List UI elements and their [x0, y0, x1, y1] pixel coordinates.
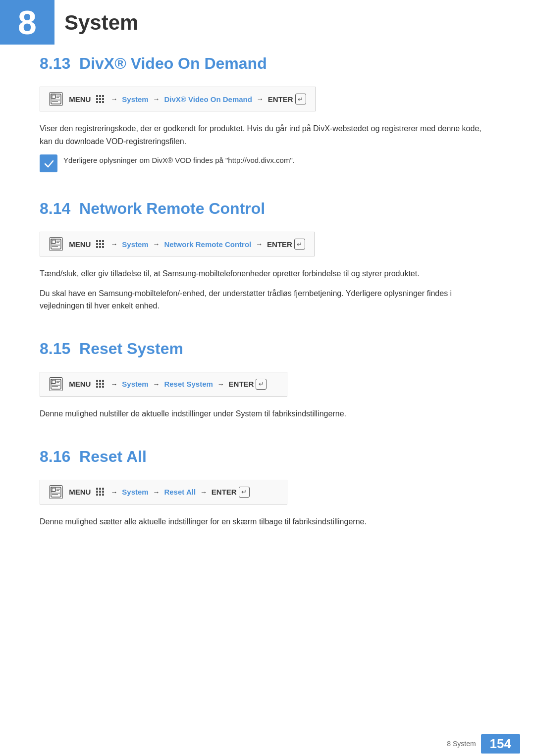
arrow-2-8-13: →: [151, 95, 162, 103]
chapter-number: 8: [18, 5, 37, 39]
arrow-3-8-15: →: [215, 380, 226, 388]
menu-path-8-14: MENU → System → Network Remote Control: [40, 232, 315, 256]
arrow-1-8-14: →: [109, 240, 120, 248]
svg-rect-7: [52, 240, 55, 244]
svg-rect-19: [52, 488, 55, 492]
menu-icon-8-16: [49, 485, 63, 499]
menu-icon-8-15: [49, 377, 63, 391]
svg-rect-18: [51, 487, 61, 497]
note-8-13: Yderligere oplysninger om DivX® VOD find…: [40, 154, 495, 172]
menu-svg-icon-2: [51, 239, 61, 250]
menu-system-8-13: System: [122, 95, 148, 103]
body-text-8-16-0: Denne mulighed sætter alle aktuelle inds…: [40, 515, 495, 528]
menu-label-8-13: MENU: [67, 95, 93, 103]
grid-icon-8-13: [96, 95, 105, 103]
menu-path-8-16: MENU → System → Reset All →: [40, 480, 287, 504]
menu-svg-icon: [51, 94, 61, 104]
section-8-15: 8.15 Reset System MENU: [40, 340, 495, 420]
grid-icon-8-15: [96, 380, 105, 388]
menu-system-8-15: System: [122, 380, 148, 388]
menu-enter-8-14: ENTER: [267, 240, 292, 249]
body-text-8-13-0: Viser den registreringskode, der er godk…: [40, 122, 495, 148]
menu-system-8-16: System: [122, 488, 148, 496]
enter-icon-8-16: ↵: [239, 487, 250, 498]
menu-item-8-15: Reset System: [164, 380, 213, 388]
menu-label-8-16: MENU: [67, 488, 93, 496]
enter-icon-8-14: ↵: [294, 239, 305, 250]
menu-enter-8-15: ENTER: [229, 380, 254, 388]
menu-path-8-15: MENU → System → Reset System →: [40, 372, 287, 397]
section-8-13-title: 8.13 DivX® Video On Demand: [40, 54, 495, 73]
grid-icon-8-16: [96, 488, 105, 496]
menu-icon-8-14: [49, 237, 63, 251]
chapter-title: System: [64, 11, 138, 35]
arrow-3-8-16: →: [198, 488, 209, 496]
menu-enter-8-16: ENTER: [212, 488, 237, 496]
section-8-14-title: 8.14 Network Remote Control: [40, 200, 495, 218]
note-text-8-13: Yderligere oplysninger om DivX® VOD find…: [63, 154, 295, 166]
menu-label-8-14: MENU: [67, 240, 93, 249]
arrow-1-8-15: →: [109, 380, 120, 388]
svg-rect-12: [51, 379, 61, 389]
menu-item-8-16: Reset All: [164, 488, 196, 496]
main-content: 8.13 DivX® Video On Demand MENU: [0, 0, 535, 595]
footer-page-number: 154: [481, 734, 520, 754]
svg-rect-1: [52, 95, 55, 99]
arrow-2-8-16: →: [151, 488, 162, 496]
arrow-1-8-13: →: [109, 95, 120, 103]
menu-item-8-13: DivX® Video On Demand: [164, 95, 252, 103]
arrow-2-8-15: →: [151, 380, 162, 388]
grid-icon-8-14: [96, 240, 105, 249]
menu-svg-icon-4: [51, 487, 61, 498]
section-8-15-title: 8.15 Reset System: [40, 340, 495, 358]
menu-label-8-15: MENU: [67, 380, 93, 388]
menu-item-8-14: Network Remote Control: [164, 240, 251, 249]
arrow-3-8-14: →: [254, 240, 265, 248]
body-text-8-14-1: Du skal have en Samsung-mobiltelefon/-en…: [40, 287, 495, 312]
svg-rect-0: [51, 94, 61, 104]
footer-chapter-label: 8 System: [447, 740, 476, 748]
note-icon-8-13: [40, 154, 57, 172]
arrow-3-8-13: →: [255, 95, 266, 103]
svg-rect-13: [52, 380, 55, 384]
enter-icon-8-15: ↵: [256, 379, 267, 390]
arrow-1-8-16: →: [109, 488, 120, 496]
menu-enter-8-13: ENTER: [268, 95, 293, 103]
body-text-8-15-0: Denne mulighed nulstiller de aktuelle in…: [40, 407, 495, 420]
section-8-14: 8.14 Network Remote Control MENU: [40, 200, 495, 312]
section-8-16-title: 8.16 Reset All: [40, 448, 495, 466]
section-8-13: 8.13 DivX® Video On Demand MENU: [40, 54, 495, 172]
note-svg: [43, 158, 54, 169]
svg-rect-6: [51, 239, 61, 249]
enter-icon-8-13: ↵: [295, 94, 306, 104]
chapter-number-block: 8: [0, 0, 54, 45]
menu-path-8-13: MENU → System → DivX® Video On Demand: [40, 87, 316, 111]
arrow-2-8-14: →: [151, 240, 162, 248]
section-8-16: 8.16 Reset All MENU: [40, 448, 495, 528]
footer: 8 System 154: [0, 731, 535, 756]
menu-svg-icon-3: [51, 379, 61, 390]
body-text-8-14-0: Tænd/sluk, eller giv tilladelse til, at …: [40, 267, 495, 280]
menu-icon-8-13: [49, 92, 63, 106]
menu-system-8-14: System: [122, 240, 148, 249]
